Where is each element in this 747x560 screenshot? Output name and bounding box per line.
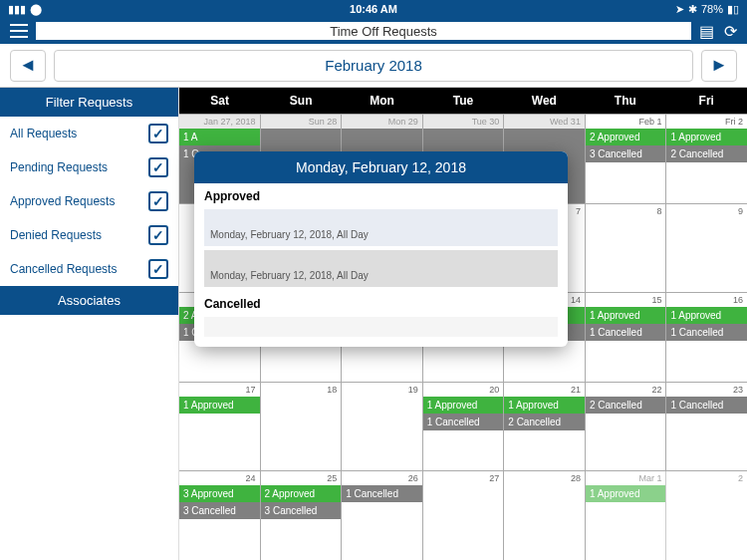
event-approved[interactable]: 1 Approved bbox=[504, 397, 585, 414]
checkbox-icon[interactable]: ✓ bbox=[148, 259, 168, 279]
day-number: 20 bbox=[423, 383, 504, 397]
calendar-day[interactable]: 27 bbox=[423, 471, 505, 560]
popup-title: Monday, February 12, 2018 bbox=[194, 151, 568, 183]
status-bar: ▮▮▮ ⬤ 10:46 AM ➤ ✱ 78% ▮▯ bbox=[0, 0, 747, 18]
popup-request-item[interactable] bbox=[204, 317, 558, 337]
filter-item[interactable]: Pending Requests✓ bbox=[0, 150, 178, 184]
day-number: 23 bbox=[666, 383, 747, 397]
filter-item[interactable]: Approved Requests✓ bbox=[0, 184, 178, 218]
location-icon: ➤ bbox=[675, 3, 684, 16]
calendar-day[interactable]: 261 Cancelled bbox=[342, 471, 423, 560]
day-number: 21 bbox=[504, 383, 585, 397]
day-header: Sun bbox=[260, 88, 341, 114]
event-approved[interactable]: 3 Approved bbox=[179, 485, 260, 502]
day-header: Fri bbox=[666, 88, 747, 114]
calendar-day[interactable]: 28 bbox=[504, 471, 586, 560]
calendar-day[interactable]: 2 bbox=[666, 471, 747, 560]
status-time: 10:46 AM bbox=[350, 3, 397, 15]
day-number: Sun 28 bbox=[261, 115, 342, 129]
day-number: 2 bbox=[666, 471, 747, 485]
checkbox-icon[interactable]: ✓ bbox=[148, 157, 168, 177]
sidebar: Filter Requests All Requests✓Pending Req… bbox=[0, 88, 179, 560]
menu-icon[interactable] bbox=[10, 24, 28, 38]
day-number: 27 bbox=[423, 471, 504, 485]
event-cancelled[interactable]: 3 Cancelled bbox=[261, 502, 342, 519]
popup-request-item[interactable]: Monday, February 12, 2018, All Day bbox=[204, 250, 558, 287]
event-cancelled[interactable]: 1 Cancelled bbox=[423, 414, 504, 430]
checkbox-icon[interactable]: ✓ bbox=[148, 225, 168, 245]
day-header: Wed bbox=[504, 88, 585, 114]
filter-item[interactable]: Cancelled Requests✓ bbox=[0, 252, 178, 286]
day-number: 19 bbox=[342, 383, 422, 397]
month-label[interactable]: February 2018 bbox=[54, 50, 693, 82]
next-month-button[interactable]: ► bbox=[701, 50, 737, 82]
event-approved[interactable]: 1 A bbox=[179, 129, 260, 145]
associates-header: Associates bbox=[0, 286, 178, 315]
day-number: Fri 2 bbox=[666, 115, 747, 129]
day-number: Wed 31 bbox=[504, 115, 585, 129]
page-title: Time Off Requests bbox=[330, 24, 437, 39]
event-cancelled[interactable]: 1 Cancelled bbox=[666, 397, 747, 414]
calendar-day[interactable]: Fri 21 Approved2 Cancelled bbox=[666, 115, 747, 203]
calendar-day[interactable]: Feb 12 Approved3 Cancelled bbox=[586, 115, 667, 203]
day-number: 24 bbox=[179, 471, 260, 485]
day-number: 9 bbox=[666, 204, 747, 218]
checkbox-icon[interactable]: ✓ bbox=[148, 124, 168, 143]
day-detail-popup: Monday, February 12, 2018 Approved Monda… bbox=[194, 151, 568, 347]
event-cancelled[interactable]: 2 Cancelled bbox=[504, 414, 585, 430]
day-number: 22 bbox=[586, 383, 666, 397]
battery-text: 78% bbox=[701, 3, 723, 15]
event-cancelled[interactable]: 1 Cancelled bbox=[342, 485, 422, 502]
calendar-day[interactable]: 9 bbox=[666, 204, 747, 293]
calendar-day[interactable]: 243 Approved3 Cancelled bbox=[179, 471, 261, 560]
event-approved[interactable]: 1 Approved bbox=[179, 397, 260, 414]
day-number: 28 bbox=[504, 471, 585, 485]
day-number: Mar 1 bbox=[586, 471, 666, 485]
refresh-icon[interactable]: ⟳ bbox=[724, 22, 737, 41]
day-header: Tue bbox=[422, 88, 503, 114]
month-nav: ◄ February 2018 ► bbox=[0, 44, 747, 88]
calendar-day[interactable]: Mar 11 Approved bbox=[586, 471, 667, 560]
event-cancelled[interactable]: 1 Cancelled bbox=[586, 324, 666, 341]
title-bar: Time Off Requests bbox=[36, 22, 691, 40]
filter-item[interactable]: Denied Requests✓ bbox=[0, 218, 178, 252]
day-number: 15 bbox=[586, 293, 666, 307]
event-cancelled[interactable]: 1 Cancelled bbox=[666, 324, 747, 341]
event-approved[interactable]: 2 Approved bbox=[586, 129, 666, 145]
calendar-day[interactable]: 171 Approved bbox=[179, 383, 261, 471]
app-header: Time Off Requests ▤ ⟳ bbox=[0, 18, 747, 44]
event-cancelled[interactable]: 2 Cancelled bbox=[586, 397, 666, 414]
filter-item[interactable]: All Requests✓ bbox=[0, 117, 178, 150]
day-number: Jan 27, 2018 bbox=[179, 115, 260, 129]
popup-cancelled-label: Cancelled bbox=[194, 291, 568, 313]
calendar-day[interactable]: 18 bbox=[261, 383, 343, 471]
calendar-day[interactable]: 161 Approved1 Cancelled bbox=[666, 293, 747, 382]
day-number: Mon 29 bbox=[342, 115, 422, 129]
calendar-day[interactable]: 8 bbox=[586, 204, 667, 293]
popup-request-item[interactable]: Monday, February 12, 2018, All Day bbox=[204, 209, 558, 246]
event-approved[interactable]: 1 Approved bbox=[666, 307, 747, 324]
event-approved[interactable]: 1 Approved bbox=[666, 129, 747, 145]
calendar-day[interactable]: 222 Cancelled bbox=[586, 383, 667, 471]
event-cancelled[interactable]: 3 Cancelled bbox=[179, 502, 260, 519]
event-cancelled[interactable]: 3 Cancelled bbox=[586, 145, 666, 162]
calendar-day[interactable]: 252 Approved3 Cancelled bbox=[261, 471, 343, 560]
calendar-day[interactable]: 19 bbox=[342, 383, 423, 471]
calendar-day[interactable]: 211 Approved2 Cancelled bbox=[504, 383, 586, 471]
filter-header: Filter Requests bbox=[0, 88, 178, 117]
calendar-day[interactable]: 201 Approved1 Cancelled bbox=[423, 383, 505, 471]
calendar-day[interactable]: 151 Approved1 Cancelled bbox=[586, 293, 667, 382]
prev-month-button[interactable]: ◄ bbox=[10, 50, 46, 82]
day-number: 25 bbox=[261, 471, 342, 485]
day-header: Sat bbox=[179, 88, 260, 114]
checkbox-icon[interactable]: ✓ bbox=[148, 191, 168, 211]
popup-approved-label: Approved bbox=[194, 183, 568, 205]
chart-icon[interactable]: ▤ bbox=[699, 22, 714, 41]
event-cancelled[interactable]: 2 Cancelled bbox=[666, 145, 747, 162]
event-approved[interactable]: 2 Approved bbox=[261, 485, 342, 502]
event-approved[interactable]: 1 Approved bbox=[423, 397, 504, 414]
battery-icon: ▮▯ bbox=[727, 3, 739, 16]
event-approved[interactable]: 1 Approved bbox=[586, 485, 666, 502]
event-approved[interactable]: 1 Approved bbox=[586, 307, 666, 324]
calendar-day[interactable]: 231 Cancelled bbox=[666, 383, 747, 471]
